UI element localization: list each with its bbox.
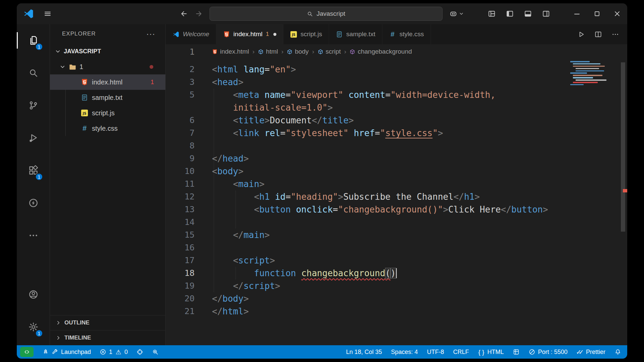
timeline-section[interactable]: TIMELINE — [50, 330, 165, 345]
line-number[interactable]: 3 — [166, 76, 212, 88]
workspace-section[interactable]: JAVASCRIPT — [50, 44, 165, 59]
status-remote-indicator[interactable] — [20, 347, 34, 357]
code-line[interactable]: 18 function changebackground() — [166, 267, 627, 280]
status-screencast-target[interactable] — [137, 349, 143, 355]
line-number[interactable]: 5 — [166, 88, 212, 101]
scrollbar[interactable] — [621, 62, 625, 232]
folder-row[interactable]: 1 — [50, 59, 165, 74]
code-line[interactable]: 15 </main> — [166, 229, 627, 241]
line-number[interactable]: 10 — [166, 165, 212, 178]
status-notifications[interactable] — [614, 349, 621, 355]
code-line[interactable]: 21</html> — [166, 305, 627, 318]
activity-extensions[interactable]: 1 — [17, 154, 50, 187]
status-encoding[interactable]: UTF-8 — [427, 349, 444, 356]
line-number[interactable]: 21 — [166, 305, 212, 318]
status-eol[interactable]: CRLF — [453, 349, 469, 356]
activity-account[interactable] — [17, 278, 50, 311]
status-launchpad[interactable]: Launchpad — [42, 349, 91, 356]
maximize-icon[interactable] — [593, 10, 601, 18]
activity-settings[interactable]: 1 — [17, 311, 50, 343]
code-line[interactable]: 12 <h1 id="heading">Subscribe the Channe… — [166, 190, 627, 203]
code-line[interactable]: 11 <main> — [166, 178, 627, 190]
back-arrow-icon[interactable] — [180, 10, 188, 18]
outline-section[interactable]: OUTLINE — [50, 315, 165, 330]
code-line[interactable]: 10<body> — [166, 165, 627, 178]
status-zoom-indicator[interactable] — [152, 349, 159, 355]
activity-run-debug[interactable] — [17, 122, 50, 154]
status-indentation[interactable]: Spaces: 4 — [391, 349, 418, 356]
activity-thunder-client[interactable] — [17, 187, 50, 219]
close-icon[interactable] — [613, 10, 621, 18]
activity-more-views[interactable] — [17, 219, 50, 252]
line-number[interactable]: 7 — [166, 127, 212, 139]
line-number[interactable] — [166, 101, 212, 114]
line-number[interactable]: 20 — [166, 292, 212, 305]
toggle-panel-icon[interactable] — [524, 10, 532, 18]
line-number[interactable]: 9 — [166, 152, 212, 165]
breadcrumb-item[interactable]: changebackground — [350, 48, 412, 55]
more-actions-icon[interactable]: ··· — [146, 29, 155, 39]
code-line[interactable]: 19 </script> — [166, 280, 627, 292]
code-editor[interactable]: 2<html lang="en">3<head>5 <meta name="vi… — [166, 59, 627, 345]
line-number[interactable]: 2 — [166, 63, 212, 76]
code-line[interactable]: 14 — [166, 216, 627, 229]
code-line[interactable]: 13 <button onclick="changebackground()">… — [166, 203, 627, 216]
code-line[interactable]: 16 — [166, 241, 627, 254]
forward-arrow-icon[interactable] — [195, 10, 203, 18]
activity-source-control[interactable] — [17, 89, 50, 122]
breadcrumb-item[interactable]: index.html — [212, 48, 249, 55]
line-number[interactable]: 11 — [166, 178, 212, 190]
status-language-mode[interactable]: { }HTML — [478, 349, 504, 356]
command-center-search[interactable]: Javascript — [210, 7, 443, 21]
tab-style.css[interactable]: #style.css — [382, 24, 431, 44]
file-row[interactable]: JSscript.js — [50, 105, 165, 121]
line-number[interactable]: 18 — [166, 267, 212, 280]
tab-Welcome[interactable]: Welcome — [166, 24, 216, 44]
file-row[interactable]: sample.txt — [50, 90, 165, 105]
code-line[interactable]: 7 <link rel="stylesheet" href="style.css… — [166, 127, 627, 139]
code-line[interactable]: initial-scale=1.0"> — [166, 101, 627, 114]
line-number[interactable]: 6 — [166, 114, 212, 127]
line-number[interactable]: 12 — [166, 190, 212, 203]
line-number[interactable]: 17 — [166, 254, 212, 267]
status-extension-status[interactable] — [513, 349, 520, 355]
file-row[interactable]: index.html1 — [50, 74, 165, 90]
code-line[interactable]: 2<html lang="en"> — [166, 63, 627, 76]
menu-icon[interactable] — [44, 10, 52, 18]
breadcrumb-item[interactable]: html — [258, 48, 278, 55]
line-number[interactable]: 8 — [166, 139, 212, 152]
activity-search[interactable] — [17, 57, 50, 89]
activity-explorer[interactable]: 1 — [17, 24, 50, 57]
code-line[interactable]: 17 <script> — [166, 254, 627, 267]
code-line[interactable]: 9</head> — [166, 152, 627, 165]
status-live-server-port[interactable]: Port : 5500 — [529, 349, 568, 356]
code-line[interactable]: 6 <title>Document</title> — [166, 114, 627, 127]
customize-layout-icon[interactable] — [488, 10, 496, 18]
editor-more-icon[interactable] — [611, 31, 619, 38]
line-number[interactable]: 19 — [166, 280, 212, 292]
minimize-icon[interactable] — [573, 10, 581, 18]
toggle-secondary-sidebar-icon[interactable] — [542, 10, 550, 18]
code-line[interactable]: 8 — [166, 139, 627, 152]
run-icon[interactable] — [577, 31, 585, 38]
code-line[interactable]: 5 <meta name="viewport" content="width=d… — [166, 88, 627, 101]
status-problems[interactable]: 1⚠0 — [100, 349, 128, 356]
file-row[interactable]: #style.css — [50, 121, 165, 136]
line-number[interactable]: 13 — [166, 203, 212, 216]
breadcrumb-item[interactable]: body — [287, 48, 309, 55]
status-cursor-position[interactable]: Ln 18, Col 35 — [346, 349, 382, 356]
tab-index.html[interactable]: index.html1 — [216, 24, 283, 44]
minimap[interactable] — [570, 61, 608, 86]
tab-sample.txt[interactable]: sample.txt — [329, 24, 382, 44]
line-number[interactable]: 14 — [166, 216, 212, 229]
code-line[interactable]: 20</body> — [166, 292, 627, 305]
code-line[interactable]: 3<head> — [166, 76, 627, 88]
line-number[interactable]: 16 — [166, 241, 212, 254]
split-editor-icon[interactable] — [594, 31, 602, 38]
breadcrumb-item[interactable]: script — [318, 48, 341, 55]
tab-script.js[interactable]: JSscript.js — [283, 24, 329, 44]
status-prettier[interactable]: ✓✓Prettier — [577, 349, 605, 356]
line-number[interactable]: 15 — [166, 229, 212, 241]
toggle-sidebar-icon[interactable] — [506, 10, 514, 18]
copilot-menu[interactable] — [449, 10, 464, 18]
